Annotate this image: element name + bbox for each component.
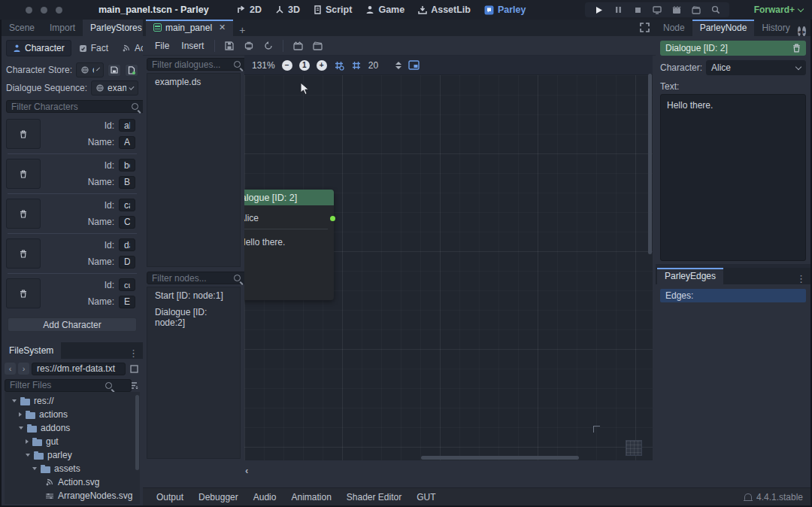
- window-minimize-button[interactable]: [41, 7, 47, 14]
- filter-nodes-input[interactable]: [147, 272, 247, 284]
- test-dialogue-icon[interactable]: [309, 39, 326, 53]
- tree-item-actions[interactable]: actions: [12, 408, 140, 421]
- delete-character-button[interactable]: [6, 199, 41, 229]
- snap-toggle-icon[interactable]: [334, 60, 344, 71]
- character-store-dropdown[interactable]: cha: [76, 62, 104, 77]
- animation-panel-button[interactable]: Animation: [285, 490, 337, 504]
- window-close-button[interactable]: [26, 7, 32, 14]
- refresh-icon[interactable]: [260, 39, 277, 53]
- graph-vscrollbar[interactable]: [648, 74, 652, 254]
- expander-icon[interactable]: [26, 454, 30, 457]
- save-icon[interactable]: [221, 39, 238, 53]
- dialogue-list-item[interactable]: example.ds: [147, 74, 240, 90]
- run-dialogue-icon[interactable]: [289, 39, 306, 53]
- tab-history[interactable]: History: [754, 20, 797, 36]
- new-scene-tab-button[interactable]: +: [233, 24, 251, 36]
- split-view-icon[interactable]: [128, 362, 140, 375]
- close-icon[interactable]: ✕: [219, 23, 226, 32]
- file-menu[interactable]: File: [150, 38, 174, 53]
- character-name-field[interactable]: [119, 256, 135, 269]
- expand-fullscreen-icon[interactable]: [640, 23, 650, 32]
- node-list-item[interactable]: Start [ID: node:1]: [147, 287, 240, 304]
- debugger-panel-button[interactable]: Debugger: [192, 490, 244, 504]
- workspace-3d-button[interactable]: 3D: [270, 2, 305, 17]
- character-id-field[interactable]: [119, 238, 135, 251]
- arrange-nodes-icon[interactable]: [241, 39, 257, 53]
- character-id-field[interactable]: [119, 199, 135, 211]
- grid-toggle-icon[interactable]: [351, 60, 362, 71]
- expander-icon[interactable]: [32, 467, 37, 470]
- stop-button[interactable]: [632, 4, 644, 16]
- tab-character-store[interactable]: Character: [6, 40, 71, 56]
- workspace-game-button[interactable]: Game: [360, 2, 410, 17]
- zoom-reset-button[interactable]: 1: [299, 60, 310, 71]
- tree-item-gut[interactable]: gut: [12, 435, 140, 448]
- collapse-sidebar-button[interactable]: ‹: [245, 465, 248, 476]
- insert-menu[interactable]: Insert: [177, 38, 208, 53]
- graph-minimap[interactable]: [626, 440, 642, 456]
- window-maximize-button[interactable]: [56, 7, 62, 14]
- workspace-2d-button[interactable]: 2D: [232, 2, 267, 17]
- zoom-in-button[interactable]: +: [317, 60, 327, 71]
- delete-node-button[interactable]: [792, 44, 801, 53]
- character-id-field[interactable]: [119, 119, 135, 132]
- dialogue-graph-canvas[interactable]: 131% − 1 + 20 Dialogue [ID: 2] Alice Hel…: [244, 56, 653, 460]
- tab-fact-store[interactable]: Fact: [73, 41, 114, 56]
- graph-node-dialogue[interactable]: Dialogue [ID: 2] Alice Hello there.: [244, 190, 334, 300]
- tab-import[interactable]: Import: [42, 20, 83, 36]
- profiler-icon[interactable]: [710, 4, 722, 16]
- output-port[interactable]: [330, 216, 335, 221]
- workspace-assetlib-button[interactable]: AssetLib: [413, 2, 476, 17]
- graph-node-title[interactable]: Dialogue [ID: 2]: [244, 190, 334, 205]
- shader-editor-panel-button[interactable]: Shader Editor: [341, 490, 408, 504]
- dock-menu-kebab-icon[interactable]: ⋮: [792, 273, 810, 284]
- zoom-out-button[interactable]: −: [282, 60, 292, 71]
- gut-panel-button[interactable]: GUT: [411, 490, 441, 504]
- dock-menu-kebab-icon[interactable]: ⋮: [807, 25, 812, 36]
- filter-dialogues-input[interactable]: [147, 58, 247, 71]
- play-movie-button[interactable]: [671, 4, 683, 16]
- expander-icon[interactable]: [12, 399, 17, 402]
- dock-menu-kebab-icon[interactable]: ⋮: [124, 348, 143, 359]
- history-forward-icon[interactable]: ▸: [802, 26, 806, 36]
- current-path-field[interactable]: [32, 363, 126, 375]
- filesystem-scrollbar[interactable]: [135, 395, 139, 470]
- character-id-field[interactable]: [119, 278, 135, 291]
- character-name-field[interactable]: [119, 136, 135, 149]
- character-id-field[interactable]: [119, 159, 135, 172]
- notification-bell-icon[interactable]: [744, 493, 752, 500]
- movie-maker-button[interactable]: [690, 4, 702, 16]
- save-store-button[interactable]: [108, 64, 121, 77]
- output-panel-button[interactable]: Output: [150, 490, 189, 504]
- snap-distance-stepper[interactable]: [395, 62, 401, 69]
- expander-icon[interactable]: [26, 439, 29, 444]
- edges-section-header[interactable]: Edges:: [660, 289, 806, 302]
- tree-item-assets[interactable]: assets: [12, 462, 140, 475]
- node-list-item[interactable]: Dialogue [ID: node:2]: [147, 304, 240, 331]
- dialogue-text-area[interactable]: Hello there.: [660, 94, 806, 261]
- remote-debug-button[interactable]: [651, 4, 663, 16]
- tab-filesystem[interactable]: FileSystem: [2, 342, 61, 359]
- history-forward-button[interactable]: ›: [18, 363, 29, 375]
- tab-node[interactable]: Node: [656, 20, 692, 36]
- history-back-icon[interactable]: ◂: [798, 26, 801, 36]
- delete-character-button[interactable]: [6, 119, 41, 149]
- tree-item-addons[interactable]: addons: [12, 421, 140, 435]
- tab-main-panel-scene[interactable]: main_panel ✕: [146, 20, 233, 36]
- delete-character-button[interactable]: [6, 278, 41, 308]
- workspace-script-button[interactable]: Script: [308, 2, 357, 17]
- window-controls[interactable]: [26, 7, 62, 14]
- delete-character-button[interactable]: [6, 238, 41, 269]
- tab-parleynode[interactable]: ParleyNode: [692, 20, 755, 36]
- tab-parleyedges[interactable]: ParleyEdges: [657, 268, 723, 284]
- add-character-button[interactable]: Add Character: [8, 317, 137, 332]
- character-name-field[interactable]: [119, 176, 135, 189]
- tab-parleystores[interactable]: ParleyStores: [83, 20, 150, 36]
- tree-item-arrangenodes-svg[interactable]: ArrangeNodes.svg: [12, 489, 140, 502]
- expander-icon[interactable]: [19, 412, 22, 417]
- pause-button[interactable]: [612, 4, 624, 16]
- tree-item-res-root[interactable]: res://: [12, 394, 140, 408]
- snap-distance-value[interactable]: 20: [368, 60, 378, 71]
- history-back-button[interactable]: ‹: [5, 363, 16, 375]
- renderer-dropdown[interactable]: Forward+: [754, 0, 803, 20]
